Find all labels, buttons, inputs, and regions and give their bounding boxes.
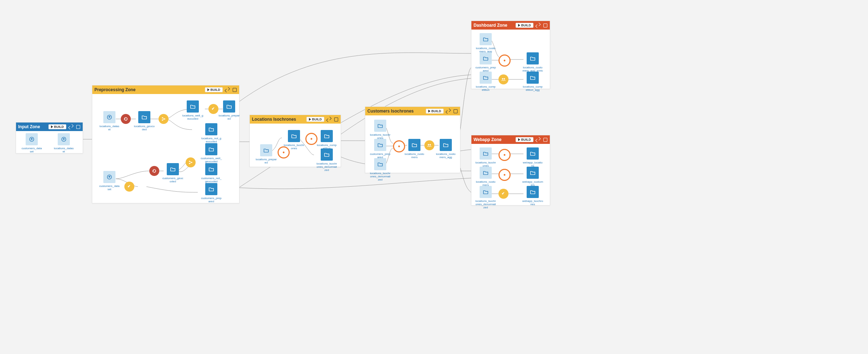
dataset-locations[interactable]: locations_dataset [53, 133, 74, 153]
dataset-locations-geocoded[interactable]: locations_geocoded [134, 111, 155, 131]
svg-point-10 [283, 152, 285, 153]
dataset-locations-well-geocoded[interactable]: locations_well_geocoded [182, 100, 203, 120]
dataset-locations-customers-agg[interactable]: locations_customers_agg [435, 139, 456, 159]
zone-title: Input Zone [18, 124, 40, 129]
svg-point-11 [311, 138, 312, 140]
dataset-webapp-locations[interactable]: webapp_locations [522, 147, 543, 167]
dataset-customers-not-geocoded[interactable]: customers_not_geocoded [201, 163, 222, 183]
dataset-locations-competition-agg[interactable]: locations_competition_agg [522, 72, 543, 92]
dataset-customers[interactable]: customers_dataset [21, 133, 42, 153]
recipe-plugin-icon[interactable] [305, 133, 317, 145]
zone-dashboard[interactable]: Dashboard Zone BUILD locations_customers… [471, 21, 550, 89]
dataset-customers-geocoded[interactable]: customers_geocoded [162, 163, 184, 183]
window-icon[interactable] [76, 124, 81, 129]
dataset-locations-isochrones[interactable]: locations_isochrones [475, 147, 496, 167]
recipe-plugin-icon[interactable] [498, 169, 511, 181]
dataset-webapp-customers[interactable]: webapp_customers [522, 167, 543, 187]
dataset-locations-customers[interactable]: locations_customers [475, 167, 496, 187]
zone-title: Webapp Zone [474, 137, 501, 142]
zone-title: Preprocessing Zone [94, 87, 135, 92]
build-button[interactable]: BUILD [426, 109, 444, 114]
build-button[interactable]: BUILD [48, 124, 67, 129]
svg-point-19 [504, 174, 506, 176]
expand-icon[interactable] [225, 87, 230, 92]
recipe-split-icon[interactable] [186, 157, 196, 167]
zone-title: Dashboard Zone [474, 23, 507, 28]
dataset-locations-isochrones[interactable]: locations_isochrones [283, 130, 305, 150]
recipe-prepare-icon[interactable] [208, 104, 218, 114]
recipe-group-icon[interactable] [498, 74, 508, 84]
svg-point-15 [504, 60, 506, 62]
dataset-locations-not-geocoded[interactable]: locations_not_geocoded [201, 123, 222, 143]
zone-customers-isochrones[interactable]: Customers Isochrones BUILD locations_iso… [365, 106, 460, 173]
recipe-group-icon[interactable] [424, 140, 434, 150]
play-icon [518, 138, 520, 141]
play-icon [309, 118, 311, 121]
build-button[interactable]: BUILD [516, 23, 534, 28]
zone-header: Input Zone BUILD [16, 123, 83, 131]
window-icon[interactable] [232, 87, 237, 92]
expand-icon[interactable] [446, 109, 451, 114]
dataset-locations-isochrones-denormalized[interactable]: locations_isochrones_denormalized [475, 186, 496, 209]
dataset-customers-input[interactable]: customers_dataset [99, 171, 120, 191]
dataset-webapp-isochrones[interactable]: webapp_isochrones [522, 186, 543, 206]
dataset-customers-prepared[interactable]: customers_prepared [475, 52, 496, 72]
recipe-plugin-icon[interactable] [498, 149, 511, 161]
zone-title: Customers Isochrones [367, 109, 414, 114]
expand-icon[interactable] [536, 23, 541, 28]
svg-point-17 [503, 78, 505, 79]
play-icon [207, 88, 210, 91]
zone-header: Customers Isochrones BUILD [365, 107, 460, 115]
zone-preprocessing[interactable]: Preprocessing Zone BUILD locations_datas… [92, 85, 239, 203]
build-button[interactable]: BUILD [205, 87, 223, 92]
zone-locations-isochrones[interactable]: Locations Isochrones BUILD locations_pre… [249, 115, 341, 167]
window-icon[interactable] [334, 117, 339, 122]
expand-icon[interactable] [68, 124, 73, 129]
dataset-locations-input[interactable]: locations_dataset [99, 111, 120, 131]
dataset-customers-prepared[interactable]: customers_prepared [201, 183, 222, 203]
svg-point-14 [429, 144, 431, 145]
svg-point-16 [502, 78, 503, 79]
expand-icon[interactable] [536, 137, 541, 142]
window-icon[interactable] [453, 109, 458, 114]
window-icon[interactable] [543, 137, 548, 142]
zone-title: Locations Isochrones [252, 117, 296, 122]
recipe-sync-icon[interactable] [121, 114, 131, 124]
dataset-locations-competition[interactable]: locations_competition [475, 72, 496, 92]
zone-input[interactable]: Input Zone BUILD customers_dataset locat… [16, 122, 83, 153]
expand-icon[interactable] [326, 117, 331, 122]
dataset-customers-prepared[interactable]: customers_prepared [370, 139, 391, 159]
dataset-locations-isochrones-denormalized[interactable]: locations_isochrones_denormalized [316, 149, 337, 172]
play-icon [428, 110, 430, 113]
zone-webapp[interactable]: Webapp Zone BUILD locations_isochrones w… [471, 135, 550, 205]
recipe-plugin-icon[interactable] [498, 54, 511, 67]
dataset-locations-customers-agg[interactable]: locations_customers_agg [475, 33, 496, 53]
dataset-customers-well-geocoded[interactable]: customers_well_geocoded [201, 143, 222, 163]
play-icon [51, 125, 53, 128]
recipe-plugin-icon[interactable] [393, 140, 405, 152]
dataset-locations-customers[interactable]: locations_customers [404, 139, 425, 159]
zone-header: Locations Isochrones BUILD [250, 115, 341, 124]
window-icon[interactable] [543, 23, 548, 28]
play-icon [518, 24, 520, 27]
recipe-prepare-icon[interactable] [124, 182, 134, 192]
recipe-split-icon[interactable] [159, 114, 169, 124]
zone-header: Preprocessing Zone BUILD [92, 85, 239, 94]
svg-point-12 [398, 146, 400, 147]
build-button[interactable]: BUILD [306, 117, 325, 122]
svg-point-13 [428, 144, 429, 145]
dataset-locations-prepared[interactable]: locations_prepared [218, 100, 240, 120]
dataset-locations-isochrones[interactable]: locations_isochrones [370, 120, 391, 140]
build-button[interactable]: BUILD [516, 137, 534, 142]
recipe-prepare-icon[interactable] [498, 189, 508, 199]
zone-header: Dashboard Zone BUILD [471, 21, 550, 30]
zone-header: Webapp Zone BUILD [471, 135, 550, 144]
dataset-locations-isochrones-denormalized[interactable]: locations_isochrones_denormalized [370, 158, 391, 182]
dataset-locations-competition[interactable]: locations_competition [316, 130, 337, 150]
recipe-sync-icon[interactable] [149, 166, 159, 176]
svg-point-18 [504, 154, 506, 156]
dataset-locations-prepared[interactable]: locations_prepared [255, 144, 277, 164]
